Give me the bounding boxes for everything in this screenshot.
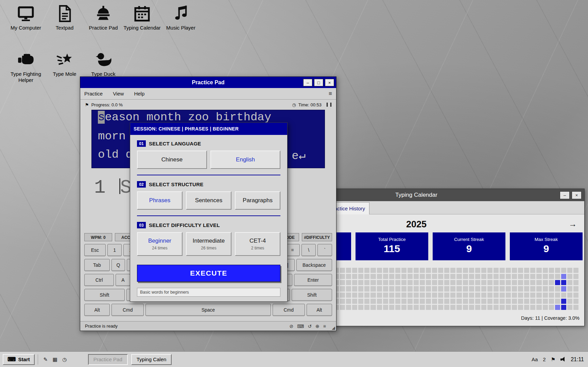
menu-bar: Practice View Help ≡ <box>80 88 336 100</box>
notes-icon[interactable]: ✎ <box>41 355 50 364</box>
heatmap-cell <box>481 274 486 279</box>
heatmap-cell <box>420 280 425 285</box>
taskbar-item-typing-calendar[interactable]: Typing Calen <box>131 354 172 365</box>
language-option-chinese[interactable]: Chinese <box>137 151 207 169</box>
taskbar-item-practice-pad[interactable]: Practice Pad <box>88 354 128 365</box>
heatmap-cell <box>549 299 554 304</box>
structure-option-paragraphs[interactable]: Paragraphs <box>235 191 280 210</box>
heatmap-cell <box>377 299 382 304</box>
typing-line-3-end: e↵ <box>292 148 306 162</box>
key-cmd[interactable]: Cmd <box>273 304 305 316</box>
key-alt[interactable]: Alt <box>307 304 332 316</box>
heatmap-cell <box>481 299 486 304</box>
heatmap-cell <box>414 299 419 304</box>
difficulty-option-cet-4[interactable]: CET-42 times <box>235 232 280 256</box>
window-title: Practice Pad <box>80 80 336 86</box>
structure-option-sentences[interactable]: Sentences <box>186 191 231 210</box>
key-alt[interactable]: Alt <box>84 304 110 316</box>
key-shift[interactable]: Shift <box>84 289 125 301</box>
key-esc[interactable]: Esc <box>84 244 106 256</box>
next-year-arrow[interactable]: → <box>569 219 577 229</box>
key-1[interactable]: 1 <box>107 244 122 256</box>
dialog-body: 01 SELECT LANGUAGE ChineseEnglish 02 SEL… <box>130 135 287 301</box>
key-backtick[interactable]: ` <box>317 244 332 256</box>
difficulty-option-beginner[interactable]: Beginner24 times <box>137 232 183 256</box>
difficulty-option-intermediate[interactable]: Intermediate26 times <box>186 232 231 256</box>
heatmap-cell <box>414 274 419 279</box>
calculator-icon[interactable]: ▦ <box>51 355 59 364</box>
key-enter[interactable]: Enter <box>294 274 332 286</box>
desktop-icon-type-mole[interactable]: Type Mole <box>46 51 84 77</box>
maximize-button[interactable]: □ <box>314 79 323 86</box>
menu-practice[interactable]: Practice <box>84 91 103 97</box>
heatmap-cell <box>573 299 578 304</box>
heatmap-cell <box>444 286 449 291</box>
volume-icon[interactable] <box>560 357 566 362</box>
typing-cursor-char: s <box>98 111 105 124</box>
calendar-minimize-button[interactable]: – <box>560 191 570 199</box>
desktop-icon-type-duck[interactable]: Type Duck <box>84 51 122 77</box>
desktop-icon-practice-pad[interactable]: Practice Pad <box>84 5 122 31</box>
option-label: English <box>236 156 255 163</box>
keyboard-icon[interactable]: ⌨ <box>297 324 304 329</box>
globe-icon[interactable]: ⊕ <box>315 324 319 329</box>
key-cmd[interactable]: Cmd <box>111 304 144 316</box>
calendar-close-button[interactable]: × <box>572 191 582 199</box>
heatmap-cell <box>358 305 363 310</box>
heatmap-cell <box>567 299 572 304</box>
practice-pad-titlebar[interactable]: Practice Pad – □ × <box>80 77 336 88</box>
heatmap-cell <box>383 280 388 285</box>
heatmap-cell <box>573 293 578 298</box>
language-indicator[interactable]: Aa <box>532 356 538 362</box>
start-button[interactable]: ⌨ Start <box>3 354 35 365</box>
history-icon[interactable]: ↺ <box>308 324 312 329</box>
dialog-header[interactable]: SESSION: CHINESE | PHRASES | BEGINNER <box>130 123 287 135</box>
menu-help[interactable]: Help <box>134 91 144 97</box>
resize-grip[interactable]: ◢ <box>332 325 335 330</box>
key-q[interactable]: Q <box>111 259 125 271</box>
close-button[interactable]: × <box>325 79 334 86</box>
pause-icon[interactable] <box>327 103 331 107</box>
menu-view[interactable]: View <box>113 91 124 97</box>
heatmap-cell <box>358 299 363 304</box>
heatmap-cell <box>524 274 529 279</box>
heatmap-cell <box>432 305 437 310</box>
block-icon[interactable]: ⊘ <box>289 324 293 329</box>
heatmap-cell <box>444 299 449 304</box>
key-backspace[interactable]: Backspace <box>296 259 332 271</box>
heatmap-cell <box>475 280 480 285</box>
flag-icon[interactable]: ⚑ <box>551 356 555 363</box>
desktop-icon-textpad[interactable]: Textpad <box>46 5 84 31</box>
key-a[interactable]: A <box>116 274 130 286</box>
heatmap-cell <box>340 286 345 291</box>
key-space[interactable]: Space <box>145 304 271 316</box>
heatmap-cell <box>524 268 529 273</box>
key-tab[interactable]: Tab <box>84 259 110 271</box>
status-text: Practice is ready <box>85 324 289 329</box>
desktop-icon-type-fighting-helper[interactable]: Type Fighting Helper <box>7 51 45 84</box>
desktop-icon-my-computer[interactable]: My Computer <box>7 5 45 31</box>
minimize-button[interactable]: – <box>303 79 312 86</box>
heatmap-cell <box>450 268 455 273</box>
heatmap-cell <box>346 299 351 304</box>
menu-icon[interactable]: ≡ <box>323 324 326 329</box>
section-number: 01 <box>137 140 146 147</box>
heatmap-cell <box>420 293 425 298</box>
key-ctrl[interactable]: Ctrl <box>84 274 114 286</box>
clock-icon[interactable]: ◷ <box>60 355 69 364</box>
structure-option-phrases[interactable]: Phrases <box>137 191 183 210</box>
heatmap-cell <box>567 286 572 291</box>
execute-button[interactable]: EXECUTE <box>137 265 280 282</box>
heatmap-cell <box>450 280 455 285</box>
keyboard-icon: ⌨ <box>7 356 16 363</box>
desktop-icon-music-player[interactable]: Music Player <box>162 5 200 31</box>
desktop-icon-typing-calendar[interactable]: Typing Calendar <box>123 5 161 31</box>
desktop-icon-label: Typing Calendar <box>123 25 161 31</box>
menu-icon[interactable]: ≡ <box>329 90 332 97</box>
heatmap-cell <box>444 274 449 279</box>
key-shift[interactable]: Shift <box>292 289 332 301</box>
ime-indicator[interactable]: 2 <box>543 356 546 362</box>
language-option-english[interactable]: English <box>210 151 280 169</box>
heatmap-cell <box>555 286 560 291</box>
key-backslash[interactable]: \ <box>301 244 316 256</box>
